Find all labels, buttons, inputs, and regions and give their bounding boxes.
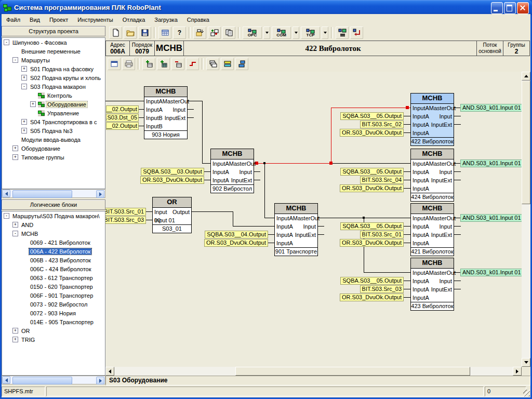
menu-project[interactable]: Проект <box>45 15 73 25</box>
signal-label[interactable]: SQBA.S03__03.Output <box>141 168 204 176</box>
expand-icon[interactable]: + <box>12 328 18 334</box>
copy-blocks-button[interactable] <box>206 57 220 71</box>
expand-icon[interactable]: + <box>21 66 27 72</box>
output-link-label[interactable]: AND.S03_k01.Input 01 <box>460 159 522 167</box>
signal-label[interactable]: OR.S03_DvuOk.Output <box>140 176 204 184</box>
tree-item[interactable]: +S04 Транспортировка в с <box>2 117 105 126</box>
new-file-button[interactable] <box>109 26 123 39</box>
signal-label[interactable]: BIT.S03.Src_01 <box>360 231 404 238</box>
tree-item[interactable]: +AND <box>2 220 105 229</box>
reload-button[interactable] <box>350 26 364 39</box>
remove-block-button[interactable] <box>171 57 185 71</box>
tree-item[interactable]: Управление <box>2 109 105 117</box>
tree-item[interactable]: Контроль <box>2 91 105 100</box>
tree-item[interactable]: -Маршруты\S03 Подача макарон\ <box>2 211 105 220</box>
signal-label[interactable]: BIT.S03.Src_03 <box>360 285 404 293</box>
scroll-right-icon[interactable] <box>96 377 104 384</box>
minimize-button[interactable] <box>491 2 503 14</box>
tree-item[interactable]: +Оборудование <box>2 144 105 153</box>
expand-icon[interactable]: + <box>21 128 27 134</box>
tree-item[interactable]: Модули ввода-вывода <box>2 135 105 144</box>
tree-item[interactable]: +Типовые группы <box>2 153 105 162</box>
tree-item[interactable]: 0063 - 612 Транспортер <box>2 273 105 282</box>
signal-label[interactable]: BIT.S03.Src_03 <box>105 216 146 224</box>
copy-button[interactable] <box>222 26 236 39</box>
scroll-thumb[interactable] <box>522 81 530 204</box>
menu-tools[interactable]: Инструменты <box>73 15 118 25</box>
signal-label[interactable]: BIT.S03.Src_01 <box>105 208 146 216</box>
tree-item[interactable]: 0072 - 903 Нория <box>2 309 105 317</box>
resize-grip[interactable] <box>523 390 530 396</box>
tree-item[interactable]: -Маршруты <box>2 56 105 64</box>
diagram-block-423[interactable]: MCHB InputAMasterOut InputAInput InputAI… <box>410 258 454 311</box>
diagram-block-or[interactable]: OR Input 00Output Input 01 S03_01 <box>152 197 192 233</box>
signal-label[interactable]: OR.S03_DvuOk.Output <box>340 129 404 137</box>
scroll-left-icon[interactable] <box>2 376 10 384</box>
scroll-thumb[interactable] <box>12 190 72 198</box>
scroll-right-icon[interactable] <box>96 190 104 198</box>
com-connect-button[interactable]: COM <box>271 26 291 39</box>
diagram-block-421[interactable]: MCHB InputAMasterOut InputAInput InputAI… <box>410 203 454 256</box>
signal-label[interactable]: BIT.S03.Src_02 <box>360 121 404 128</box>
block-edit-button[interactable] <box>207 26 221 39</box>
output-link-label[interactable]: AND.S03_k01.Input 01 <box>460 104 522 112</box>
import-block-button[interactable] <box>193 26 207 39</box>
signal-label[interactable]: OR.S03_DvuOk.Output <box>204 239 268 247</box>
tree-item[interactable]: +OR <box>2 326 105 335</box>
diagram-block-901[interactable]: MCHB InputAMasterOut InputAInput InputAI… <box>274 203 318 256</box>
canvas-hscrollbar[interactable] <box>105 367 522 376</box>
menu-file[interactable]: Файл <box>2 15 25 25</box>
signal-label[interactable]: BIT.S03.Src_04 <box>360 176 404 184</box>
tree-item[interactable]: 0069 - 421 Вибролоток <box>2 238 105 247</box>
output-link-label[interactable]: AND.S03_k01.Input 01 <box>460 214 522 222</box>
canvas-vscrollbar[interactable] <box>522 72 530 367</box>
diagram-block-903[interactable]: MCHB InputAMasterOut InputAInput InputBI… <box>144 86 188 139</box>
tree-item[interactable]: +S05 Подача №3 <box>2 126 105 135</box>
tree-item[interactable]: 014E - 905 Транспортер <box>2 317 105 326</box>
add-block-table-button[interactable] <box>156 57 170 71</box>
scroll-down-icon[interactable] <box>522 358 530 367</box>
scroll-up-icon[interactable] <box>522 72 530 81</box>
maximize-button[interactable] <box>504 2 516 14</box>
expand-icon[interactable]: + <box>12 222 18 228</box>
tree-item[interactable]: 0150 - 620 Транспортер <box>2 282 105 291</box>
scroll-left-icon[interactable] <box>105 367 114 376</box>
signal-label[interactable]: SQBA.S03__04.Output <box>205 231 268 238</box>
scroll-thumb[interactable] <box>235 367 470 376</box>
align-blocks-button[interactable] <box>220 57 234 71</box>
add-block-button[interactable] <box>142 57 156 71</box>
menu-help[interactable]: Справка <box>182 15 214 25</box>
expand-icon[interactable]: - <box>4 39 9 45</box>
menu-view[interactable]: Вид <box>25 15 45 25</box>
tree-item[interactable]: 006F - 901 Транспортер <box>2 291 105 300</box>
blocks-tree-hscrollbar[interactable] <box>2 376 105 384</box>
tree-item[interactable]: +TRIG <box>2 335 105 344</box>
window-view-button[interactable] <box>107 57 121 71</box>
close-button[interactable] <box>517 2 529 14</box>
expand-icon[interactable]: - <box>21 84 27 89</box>
tree-item[interactable]: 006B - 423 Вибролоток <box>2 256 105 264</box>
opc-connect-button[interactable]: OPC <box>242 26 262 39</box>
help-button[interactable]: ? <box>172 26 187 39</box>
com-dropdown-button[interactable] <box>292 26 300 39</box>
tree-item[interactable]: +Оборудование <box>2 100 105 109</box>
opc-dropdown-button[interactable] <box>263 26 271 39</box>
signal-label[interactable]: OR.S03_DvuOk.Output <box>340 184 404 192</box>
print-button[interactable] <box>122 57 136 71</box>
project-tree-hscrollbar[interactable] <box>2 189 105 198</box>
scroll-left-icon[interactable] <box>2 190 10 197</box>
expand-icon[interactable]: - <box>12 231 18 236</box>
expand-icon[interactable]: + <box>21 119 27 125</box>
save-button[interactable] <box>138 26 152 39</box>
compare-button[interactable] <box>335 26 349 39</box>
menu-download[interactable]: Загрузка <box>150 15 182 25</box>
open-file-button[interactable] <box>123 26 137 39</box>
expand-icon[interactable]: + <box>21 75 27 81</box>
tcp-connect-button[interactable]: TCP <box>300 26 321 39</box>
tree-item[interactable]: Внешние переменные <box>2 47 105 56</box>
tree-item[interactable]: +S01 Подача на фасовку <box>2 64 105 73</box>
signal-label[interactable]: IT.S03.Dst_05 <box>106 114 139 122</box>
expand-icon[interactable]: - <box>12 57 18 63</box>
signal-label[interactable]: OR.S03_DvuOk.Output <box>340 239 404 247</box>
signal-label[interactable]: OR.S03_DvuOk.Output <box>340 294 404 301</box>
